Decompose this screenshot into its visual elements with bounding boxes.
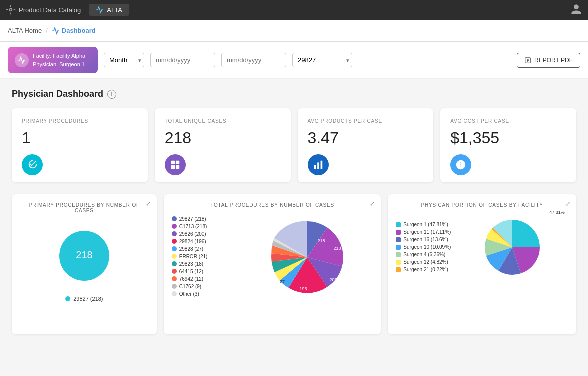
top-nav: Product Data Catalog ALTA bbox=[0, 0, 588, 20]
kpi-card-3: AVG COST PER CASE $1,355 $ bbox=[440, 108, 576, 182]
svg-text:218: 218 bbox=[334, 246, 341, 251]
kpi-label-1: TOTAL UNIQUE CASES bbox=[165, 118, 227, 124]
svg-text:196: 196 bbox=[300, 286, 307, 292]
info-icon[interactable]: i bbox=[107, 90, 116, 99]
chart-title-2: TOTAL PROCEDURES BY NUMBER OF CASES bbox=[172, 202, 373, 208]
procedure-select[interactable]: 29827 bbox=[292, 53, 352, 68]
chart-primary-procedures: ⤢ PRIMARY PROCEDURES BY NUMBER OF CASES … bbox=[12, 194, 157, 334]
kpi-value-1: 218 bbox=[165, 129, 191, 148]
svg-rect-10 bbox=[176, 161, 179, 164]
kpi-row: PRIMARY PROCEDURES 1 TOTAL UNIQUE CASES … bbox=[12, 108, 576, 182]
kpi-value-0: 1 bbox=[22, 129, 31, 148]
expand-icon-1[interactable]: ⤢ bbox=[146, 200, 151, 208]
report-btn-label: REPORT PDF bbox=[534, 57, 573, 64]
svg-text:$: $ bbox=[459, 162, 462, 168]
dashboard-heading: Physician Dashboard bbox=[12, 89, 103, 100]
expand-icon-3[interactable]: ⤢ bbox=[565, 200, 570, 208]
svg-rect-13 bbox=[314, 165, 316, 169]
home-link[interactable]: ALTA Home bbox=[8, 27, 42, 34]
user-icon[interactable] bbox=[570, 4, 582, 17]
kpi-card-1: TOTAL UNIQUE CASES 218 bbox=[155, 108, 291, 182]
kpi-icon-0 bbox=[22, 154, 43, 176]
svg-rect-9 bbox=[171, 161, 175, 164]
facility-badge-icon bbox=[15, 54, 29, 68]
alta-tab-label: ALTA bbox=[107, 6, 122, 14]
expand-icon-2[interactable]: ⤢ bbox=[370, 200, 375, 208]
facility-name: Facility: Facility Alpha bbox=[33, 52, 85, 60]
svg-rect-11 bbox=[171, 166, 175, 169]
breadcrumb-sep: / bbox=[46, 27, 48, 34]
chart1-legend-label: 29827 (218) bbox=[73, 296, 103, 302]
chart-total-procedures: ⤢ TOTAL PROCEDURES BY NUMBER OF CASES 29… bbox=[164, 194, 381, 334]
brand: Product Data Catalog bbox=[6, 5, 81, 15]
kpi-icon-3: $ bbox=[450, 154, 471, 176]
chart-physician-portion: ⤢ PHYSICAN PORTION OF CASES BY FACILITY … bbox=[388, 194, 576, 334]
date-from-input[interactable] bbox=[150, 53, 215, 68]
charts-row: ⤢ PRIMARY PROCEDURES BY NUMBER OF CASES … bbox=[12, 194, 576, 334]
pie-chart-2: 218 218 200 196 27 12 bbox=[265, 215, 350, 300]
alta-tab[interactable]: ALTA bbox=[89, 4, 129, 16]
chart2-legend: 29827 (218) C1713 (218) 29826 (200) 2982… bbox=[172, 216, 237, 299]
chart-title-3: PHYSICAN PORTION OF CASES BY FACILITY bbox=[396, 202, 568, 208]
kpi-icon-1 bbox=[165, 154, 186, 176]
period-select[interactable]: Month Quarter Year bbox=[104, 53, 144, 68]
kpi-icon-2 bbox=[308, 154, 329, 176]
svg-text:218: 218 bbox=[318, 238, 325, 244]
facility-info: Facility: Facility Alpha Physician: Surg… bbox=[33, 52, 85, 68]
dashboard-tab[interactable]: Dashboard bbox=[52, 27, 96, 35]
filter-bar: Facility: Facility Alpha Physician: Surg… bbox=[0, 42, 588, 79]
date-to-input[interactable] bbox=[221, 53, 286, 68]
svg-rect-14 bbox=[317, 162, 319, 169]
svg-text:12: 12 bbox=[271, 260, 276, 264]
section-title: Physician Dashboard i bbox=[12, 89, 576, 100]
procedure-select-wrap[interactable]: 29827 bbox=[292, 53, 352, 68]
svg-rect-15 bbox=[320, 161, 322, 170]
kpi-value-3: $1,355 bbox=[450, 129, 499, 148]
chart1-legend-item: 29827 (218) bbox=[65, 296, 103, 302]
svg-point-0 bbox=[10, 9, 12, 12]
nav-left: Product Data Catalog ALTA bbox=[6, 4, 129, 16]
svg-rect-12 bbox=[176, 166, 179, 169]
pie-chart-1: 218 bbox=[52, 224, 117, 288]
kpi-label-2: AVG PRODUCTS PER CASE bbox=[308, 118, 382, 124]
sub-nav: ALTA Home / Dashboard bbox=[0, 20, 588, 42]
svg-text:218: 218 bbox=[76, 250, 92, 260]
report-pdf-button[interactable]: REPORT PDF bbox=[517, 53, 580, 68]
kpi-card-0: PRIMARY PROCEDURES 1 bbox=[12, 108, 148, 182]
chart-title-1: PRIMARY PROCEDURES BY NUMBER OF CASES bbox=[20, 202, 149, 214]
facility-badge: Facility: Facility Alpha Physician: Surg… bbox=[8, 47, 98, 74]
pie-chart-3 bbox=[480, 215, 545, 280]
physician-name: Physician: Surgeon 1 bbox=[33, 60, 85, 69]
svg-text:27: 27 bbox=[280, 280, 285, 284]
kpi-value-2: 3.47 bbox=[308, 129, 339, 148]
dashboard-label: Dashboard bbox=[62, 27, 96, 34]
period-select-wrap[interactable]: Month Quarter Year bbox=[104, 53, 144, 68]
kpi-label-0: PRIMARY PROCEDURES bbox=[22, 118, 88, 124]
chart3-legend: Surgeon 1 (47.81%) Surgeon 11 (17.11%) S… bbox=[396, 222, 451, 274]
main-content: Physician Dashboard i PRIMARY PROCEDURES… bbox=[0, 79, 588, 344]
brand-label: Product Data Catalog bbox=[19, 6, 81, 14]
kpi-label-3: AVG COST PER CASE bbox=[450, 118, 509, 124]
kpi-card-2: AVG PRODUCTS PER CASE 3.47 bbox=[298, 108, 434, 182]
svg-text:200: 200 bbox=[330, 278, 337, 282]
